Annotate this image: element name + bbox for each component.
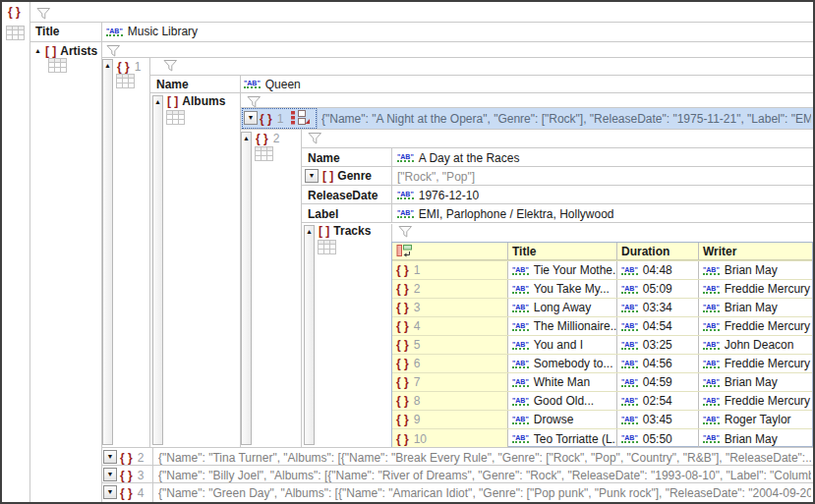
string-type-icon — [397, 191, 414, 199]
string-type-icon — [512, 434, 529, 443]
releasedate-key-cell[interactable]: ReleaseDate — [308, 187, 378, 203]
track-row[interactable]: 6 Somebody to... 04:56 Freddie Mercury — [392, 355, 812, 373]
filter-icon[interactable] — [163, 59, 178, 72]
json-preview-text: {"Name": "Tina Turner", "Albums": [{"Nam… — [158, 451, 811, 465]
artist-1-item[interactable]: 1 — [117, 59, 141, 75]
track-row[interactable]: 1 Tie Your Mothe... 04:48 Brian May — [392, 261, 812, 280]
transpose-icon — [396, 244, 413, 258]
releasedate-value-cell[interactable]: 1976-12-10 — [397, 187, 479, 203]
expand-button[interactable]: ▼ — [103, 485, 117, 499]
title-key-cell[interactable]: Title — [35, 23, 59, 40]
name-key-cell[interactable]: Name — [308, 149, 340, 166]
label-key-cell[interactable]: Label — [308, 205, 338, 222]
expand-button[interactable]: ▼ — [103, 450, 117, 464]
artist-2-preview[interactable]: {"Name": "Tina Turner", "Albums": [{"Nam… — [158, 449, 811, 466]
artist-4-item[interactable]: 4 — [120, 484, 144, 501]
expand-button[interactable]: ▼ — [244, 111, 258, 125]
table-mode-icon[interactable] — [166, 110, 185, 125]
album-1-preview[interactable]: {"Name": "A Night at the Opera", "Genre"… — [321, 110, 811, 127]
string-type-icon — [703, 378, 720, 387]
artist-3-preview[interactable]: {"Name": "Billy Joel", "Albums": [{"Name… — [158, 467, 811, 483]
collapse-bar[interactable]: ▲ — [152, 95, 163, 445]
track-row[interactable]: 10 Teo Torriatte (L... 05:50 Brian May — [392, 429, 812, 448]
collapse-bar[interactable]: ▲ — [304, 225, 315, 445]
label-key-label: Label — [308, 207, 338, 221]
filter-icon[interactable] — [36, 7, 51, 20]
name-value-cell[interactable]: Queen — [244, 76, 301, 92]
track-row[interactable]: 4 The Millionaire... 04:54 Freddie Mercu… — [392, 317, 812, 336]
album-1-item[interactable]: 1 — [260, 110, 283, 127]
table-mode-icon[interactable] — [255, 146, 273, 161]
object-icon — [396, 263, 409, 277]
string-type-icon — [106, 28, 123, 36]
album-name-value-cell[interactable]: A Day at the Races — [397, 149, 519, 166]
divider — [152, 447, 153, 502]
tracks-table: Title Duration Writer 1 Tie Your Mothe..… — [391, 242, 813, 447]
artists-key-cell[interactable]: ▲ Artists — [34, 43, 97, 59]
album-name-value: A Day at the Races — [419, 151, 520, 165]
divider — [101, 57, 813, 58]
genre-key-cell[interactable]: Genre — [322, 168, 372, 184]
filter-icon[interactable] — [308, 132, 322, 144]
tracks-col-duration[interactable]: Duration — [617, 243, 699, 260]
json-preview-text: {"Name": "A Night at the Opera", "Genre"… — [321, 112, 811, 126]
object-icon — [396, 357, 409, 370]
divider — [301, 129, 302, 447]
divider — [29, 2, 30, 502]
object-icon — [396, 319, 409, 333]
string-type-icon — [703, 322, 720, 331]
tracks-col-writer[interactable]: Writer — [699, 243, 812, 260]
filter-icon[interactable] — [398, 225, 413, 238]
string-type-icon — [621, 285, 638, 294]
track-row[interactable]: 5 You and I 03:25 John Deacon — [392, 336, 812, 355]
json-preview-text: {"Name": "Green Day", "Albums": [{"Name"… — [158, 486, 811, 500]
filter-icon[interactable] — [106, 44, 121, 57]
divider — [101, 465, 813, 466]
track-row[interactable]: 8 Good Old... 02:54 Freddie Mercury — [392, 392, 812, 411]
album-2-item[interactable]: 2 — [256, 131, 279, 146]
object-icon — [120, 486, 133, 500]
array-icon — [322, 169, 333, 183]
expand-button[interactable]: ▼ — [305, 169, 319, 183]
string-type-icon — [397, 153, 414, 162]
track-row[interactable]: 3 Long Away 03:34 Brian May — [392, 299, 812, 317]
collapse-bar[interactable]: ▲ — [102, 59, 113, 445]
item-index: 1 — [277, 112, 284, 126]
tracks-key-cell[interactable]: Tracks — [319, 223, 371, 239]
expand-button[interactable]: ▼ — [103, 468, 117, 481]
string-type-icon — [621, 434, 638, 443]
display-as-table-icon[interactable] — [290, 110, 311, 126]
table-mode-icon[interactable] — [116, 74, 135, 88]
genre-value-cell[interactable]: ["Rock", "Pop"] — [397, 168, 475, 185]
track-row[interactable]: 7 White Man 04:59 Brian May — [392, 373, 812, 392]
tracks-col-title[interactable]: Title — [508, 243, 617, 260]
collapse-icon[interactable]: ▲ — [34, 47, 41, 55]
label-value-cell[interactable]: EMI, Parlophone / Elektra, Hollywood — [397, 205, 614, 222]
string-type-icon — [621, 378, 638, 387]
track-row[interactable]: 9 Drowse 03:45 Roger Taylor — [392, 411, 812, 429]
artist-3-item[interactable]: 3 — [120, 467, 144, 483]
label-value: EMI, Parlophone / Elektra, Hollywood — [419, 207, 614, 221]
transpose-header-cell[interactable] — [392, 243, 508, 260]
string-type-icon — [512, 378, 529, 387]
table-mode-icon[interactable] — [318, 240, 336, 254]
track-row[interactable]: 2 You Take My... 05:09 Freddie Mercury — [392, 280, 812, 299]
divider — [301, 185, 813, 186]
table-mode-icon[interactable] — [48, 58, 67, 73]
title-value-cell[interactable]: Music Library — [106, 23, 198, 40]
table-mode-icon[interactable] — [6, 26, 25, 40]
artist-2-item[interactable]: 2 — [120, 449, 144, 466]
string-type-icon — [703, 285, 720, 294]
divider — [149, 92, 813, 93]
releasedate-key-label: ReleaseDate — [308, 189, 378, 202]
artist-4-preview[interactable]: {"Name": "Green Day", "Albums": [{"Name"… — [158, 484, 811, 501]
string-type-icon — [703, 397, 720, 406]
divider — [240, 129, 813, 130]
title-key-label: Title — [35, 25, 59, 38]
albums-key-cell[interactable]: Albums — [167, 93, 225, 109]
collapse-bar[interactable]: ▲ — [241, 132, 252, 445]
item-index: 1 — [135, 60, 142, 74]
object-icon — [120, 451, 133, 465]
name-key-cell[interactable]: Name — [156, 76, 189, 92]
string-type-icon — [703, 416, 720, 424]
